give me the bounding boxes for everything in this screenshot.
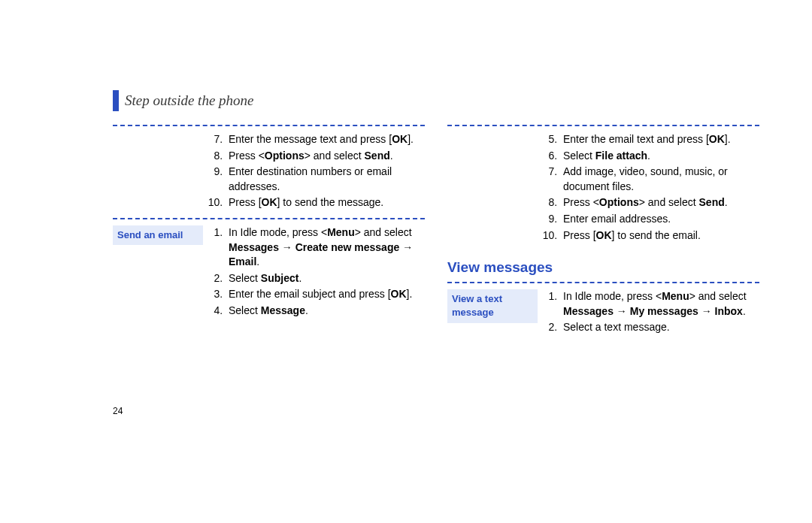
- step-item: Enter the email subject and press [OK].: [226, 287, 425, 302]
- step-item: Select Message.: [226, 304, 425, 319]
- steps-block-continuation: Enter the email text and press [OK].Sele…: [447, 132, 759, 244]
- bold-text: OK: [262, 196, 277, 208]
- step-list: Enter the email text and press [OK].Sele…: [544, 132, 759, 244]
- section-header: Step outside the phone: [113, 90, 759, 111]
- steps-block-send-email: Send an email In Idle mode, press <Menu>…: [113, 225, 425, 320]
- manual-page: Step outside the phone Enter the message…: [0, 0, 812, 523]
- right-column: Enter the email text and press [OK].Sele…: [447, 119, 759, 340]
- step-item: Add image, video, sound, music, or docum…: [560, 165, 759, 194]
- bold-text: Subject: [261, 272, 299, 284]
- step-item: Enter the message text and press [OK].: [226, 132, 425, 147]
- dashed-separator: [447, 125, 759, 126]
- step-item: Select File attach.: [560, 149, 759, 164]
- label-spacer: [447, 132, 538, 244]
- step-item: In Idle mode, press <Menu> and select Me…: [226, 225, 425, 270]
- section-heading-view-messages: View messages: [447, 259, 759, 276]
- step-item: Press <Options> and select Send.: [560, 195, 759, 210]
- bold-text: File attach: [595, 150, 647, 162]
- step-item: Press [OK] to send the message.: [226, 195, 425, 210]
- step-item: Select a text message.: [560, 320, 759, 335]
- step-list: In Idle mode, press <Menu> and select Me…: [209, 225, 425, 320]
- bold-text: OK: [391, 288, 407, 300]
- bold-text: OK: [709, 133, 725, 145]
- bold-text: Inbox: [715, 305, 743, 317]
- label-cell: Send an email: [113, 225, 203, 320]
- bold-text: Menu: [327, 226, 355, 238]
- step-item: In Idle mode, press <Menu> and select Me…: [560, 289, 759, 319]
- bold-text: Messages: [563, 305, 614, 317]
- two-column-layout: Enter the message text and press [OK].Pr…: [113, 119, 759, 340]
- bold-text: Send: [699, 196, 725, 208]
- label-spacer: [113, 132, 203, 212]
- header-title: Step outside the phone: [125, 92, 254, 109]
- bold-text: Send: [365, 150, 390, 162]
- steps-block-view-text: View a text message In Idle mode, press …: [447, 289, 759, 337]
- bold-text: Create new message: [295, 241, 400, 253]
- bold-text: Email: [229, 255, 256, 268]
- bold-text: Messages: [229, 241, 279, 253]
- bold-text: OK: [596, 229, 612, 241]
- block-label: View a text message: [447, 289, 538, 322]
- step-item: Enter destination numbers or email addre…: [226, 165, 425, 194]
- step-list: In Idle mode, press <Menu> and select Me…: [544, 289, 759, 337]
- steps-block-continuation: Enter the message text and press [OK].Pr…: [113, 132, 425, 212]
- bold-text: My messages: [630, 305, 698, 317]
- step-list: Enter the message text and press [OK].Pr…: [209, 132, 425, 212]
- dashed-separator: [113, 125, 425, 126]
- bold-text: Menu: [662, 290, 689, 302]
- header-bar-icon: [113, 90, 119, 111]
- dashed-separator: [113, 218, 425, 219]
- step-item: Enter the email text and press [OK].: [560, 132, 759, 147]
- dashed-separator: [447, 282, 759, 283]
- bold-text: Options: [599, 196, 639, 208]
- bold-text: OK: [392, 133, 408, 145]
- page-number: 24: [113, 406, 123, 416]
- step-item: Press [OK] to send the email.: [560, 228, 759, 243]
- label-cell: View a text message: [447, 289, 538, 337]
- block-label: Send an email: [113, 225, 203, 245]
- step-item: Press <Options> and select Send.: [226, 149, 425, 164]
- left-column: Enter the message text and press [OK].Pr…: [113, 119, 425, 340]
- step-item: Select Subject.: [226, 271, 425, 286]
- bold-text: Options: [265, 150, 304, 162]
- bold-text: Message: [261, 304, 305, 316]
- step-item: Enter email addresses.: [560, 212, 759, 227]
